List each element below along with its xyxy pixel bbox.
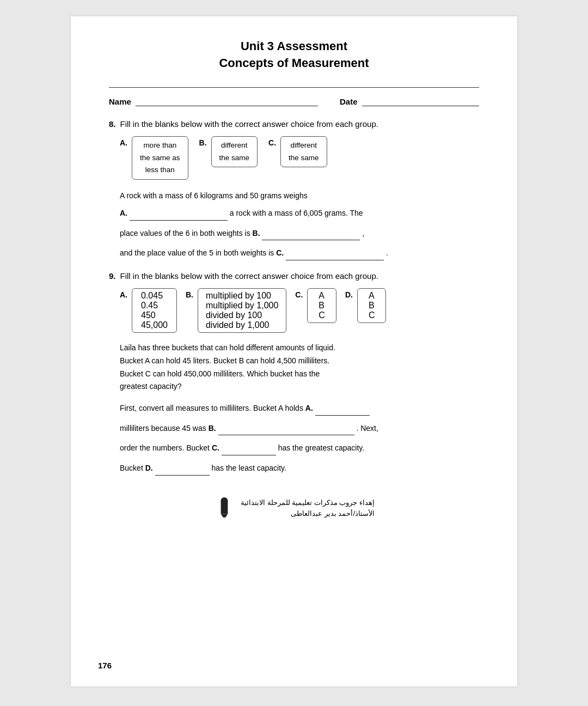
- q9-fill1-pre: First, convert all measures to millilite…: [120, 404, 303, 412]
- q8-c-item-2: the same: [289, 152, 319, 165]
- q8-answer-a-label: A.: [120, 209, 127, 217]
- q9-fill2-pre: milliliters because 45 was: [120, 424, 206, 433]
- worksheet-page: Unit 3 Assessment Concepts of Measuremen…: [71, 16, 517, 686]
- name-field: Name: [109, 96, 318, 106]
- q9-fill3-pre: order the numbers. Bucket: [120, 443, 210, 452]
- page-title: Unit 3 Assessment Concepts of Measuremen…: [109, 38, 479, 72]
- q9-d-item-2: B: [369, 301, 375, 311]
- question-8-instruction: Fill in the blanks below with the correc…: [120, 119, 378, 129]
- name-label: Name: [109, 97, 131, 106]
- q9-b-item-3: divided by 100: [206, 311, 278, 320]
- title-section: Unit 3 Assessment Concepts of Measuremen…: [109, 38, 479, 72]
- q8-answer-c-pre: and the place value of the 5 in both wei…: [120, 248, 274, 257]
- q8-answer-c-label: C.: [276, 248, 284, 257]
- q8-answer-a-post: a rock with a mass of 6,005 grams. The: [230, 209, 363, 217]
- q9-choice-c-box: A B C: [307, 288, 336, 323]
- q9-choice-d-group: D. A B C: [345, 288, 387, 323]
- q8-answer-c-post: .: [386, 248, 388, 257]
- q8-b-item-1: different: [219, 139, 250, 152]
- q9-choice-a-group: A. 0.045 0.45 450 45,000: [120, 288, 177, 333]
- pencil-icon: [213, 497, 235, 519]
- q9-fill3-row: order the numbers. Bucket C. has the gre…: [120, 441, 479, 455]
- q8-fill-c[interactable]: [286, 252, 384, 260]
- q8-choice-b-label: B.: [199, 138, 207, 147]
- q9-fill4-row: Bucket D. has the least capacity.: [120, 461, 479, 476]
- svg-marker-3: [223, 518, 226, 519]
- question-9: 9. Fill in the blanks below with the cor…: [109, 271, 479, 476]
- q8-answer-b-row: place values of the 6 in both weights is…: [120, 226, 479, 241]
- q9-b-item-4: divided by 1,000: [206, 320, 278, 330]
- q9-fill4-bold: D.: [145, 464, 153, 472]
- q8-story: A rock with a mass of 6 kilograms and 50…: [120, 190, 479, 203]
- page-number: 176: [98, 661, 112, 670]
- q8-a-item-1: more than: [140, 139, 180, 152]
- q8-choice-c-group: C. different the same: [268, 136, 327, 168]
- question-8-number: 8.: [109, 119, 116, 129]
- q8-choice-a-group: A. more than the same as less than: [120, 136, 188, 180]
- q8-answer-a-row: A. a rock with a mass of 6,005 grams. Th…: [120, 206, 479, 221]
- q8-choice-a-box: more than the same as less than: [132, 136, 188, 180]
- q9-choice-b-label: B.: [186, 290, 193, 299]
- q9-d-item-3: C: [369, 311, 375, 320]
- q8-choice-c-box: different the same: [280, 136, 327, 168]
- question-9-instruction: Fill in the blanks below with the correc…: [120, 271, 378, 281]
- q9-b-item-1: multiplied by 100: [206, 291, 278, 301]
- date-label: Date: [340, 97, 358, 106]
- q8-answer-c-row: and the place value of the 5 in both wei…: [120, 246, 479, 260]
- question-8-header: 8. Fill in the blanks below with the cor…: [109, 119, 479, 129]
- q9-choice-c-label: C.: [295, 290, 303, 299]
- date-line: [362, 96, 479, 106]
- q9-choices-row: A. 0.045 0.45 450 45,000 B. multiplied b…: [120, 288, 479, 333]
- q9-fill4-post: has the least capacity.: [211, 464, 286, 472]
- q9-a-item-2: 0.45: [141, 301, 168, 311]
- q8-choice-a-label: A.: [120, 138, 127, 147]
- q8-fill-a[interactable]: [130, 212, 228, 221]
- q9-a-item-3: 450: [141, 311, 168, 320]
- name-line: [136, 96, 318, 106]
- q9-fill1-bold: A.: [305, 404, 313, 412]
- q8-choice-c-label: C.: [268, 138, 276, 147]
- q8-answer-b-pre: place values of the 6 in both weights is: [120, 229, 250, 238]
- question-9-header: 9. Fill in the blanks below with the cor…: [109, 271, 479, 281]
- footer: إهداء جروب مذكرات تعليمية للمرحلة الابتد…: [109, 497, 479, 520]
- q9-choice-c-group: C. A B C: [295, 288, 336, 323]
- q8-b-item-2: the same: [219, 152, 250, 165]
- q9-fill3-post: has the greatest capacity.: [278, 443, 365, 452]
- q9-fill2-post: . Next,: [356, 424, 378, 433]
- q9-fill1-row: First, convert all measures to millilite…: [120, 401, 479, 416]
- q8-a-item-2: the same as: [140, 152, 180, 165]
- q9-choice-a-box: 0.045 0.45 450 45,000: [132, 288, 177, 333]
- date-field: Date: [340, 96, 479, 106]
- q9-c-item-3: C: [318, 311, 325, 320]
- q9-choice-d-box: A B C: [357, 288, 387, 323]
- q9-b-item-2: multiplied by 1,000: [206, 301, 278, 311]
- q9-fill2-row: milliliters because 45 was B. . Next,: [120, 421, 479, 436]
- q9-choice-d-label: D.: [345, 290, 353, 299]
- q9-a-item-4: 45,000: [141, 320, 168, 330]
- q9-choice-b-box: multiplied by 100 multiplied by 1,000 di…: [198, 288, 286, 333]
- q9-c-item-1: A: [318, 291, 325, 301]
- q9-story: Laila has three buckets that can hold di…: [120, 342, 479, 393]
- q8-choices-row: A. more than the same as less than B. di…: [120, 136, 479, 180]
- q8-c-item-1: different: [289, 139, 319, 152]
- q9-choice-b-group: B. multiplied by 100 multiplied by 1,000…: [186, 288, 286, 333]
- q9-fill-d[interactable]: [155, 467, 210, 476]
- q9-fill-c[interactable]: [222, 447, 276, 455]
- q8-choice-b-box: different the same: [211, 136, 258, 168]
- q8-choice-b-group: B. different the same: [199, 136, 258, 168]
- q9-fill-b[interactable]: [218, 427, 354, 435]
- q8-a-item-3: less than: [140, 164, 180, 176]
- question-9-number: 9.: [109, 271, 116, 281]
- q9-d-item-1: A: [369, 291, 375, 301]
- q9-fill-a[interactable]: [315, 407, 370, 416]
- q8-fill-b[interactable]: [262, 232, 360, 240]
- q8-answer-b-post: ,: [362, 229, 364, 238]
- q9-c-item-2: B: [318, 301, 325, 311]
- q9-fill4-pre: Bucket: [120, 464, 143, 472]
- footer-arabic: إهداء جروب مذكرات تعليمية للمرحلة الابتد…: [241, 497, 375, 520]
- q9-fill3-bold: C.: [212, 443, 219, 452]
- name-date-row: Name Date: [109, 96, 479, 106]
- q8-answer-b-label: B.: [253, 229, 260, 238]
- question-8: 8. Fill in the blanks below with the cor…: [109, 119, 479, 260]
- q9-a-item-1: 0.045: [141, 291, 168, 301]
